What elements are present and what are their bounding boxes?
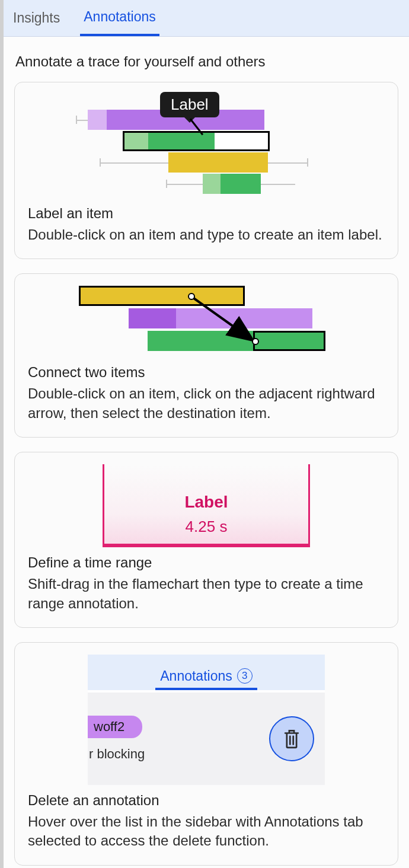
range-label: Label (103, 493, 310, 512)
card-desc: Hover over the list in the sidebar with … (28, 812, 385, 851)
card-desc: Double-click on an item and type to crea… (28, 225, 385, 244)
card-title: Define a time range (28, 554, 385, 571)
card-connect-items: Connect two items Double-click on an ite… (14, 273, 398, 438)
card-time-range: Label 4.25 s Define a time range Shift-d… (14, 452, 398, 628)
range-duration: 4.25 s (103, 518, 310, 536)
label-tooltip: Label (160, 92, 219, 117)
card-title: Delete an annotation (28, 792, 385, 809)
tab-insights[interactable]: Insights (9, 0, 63, 36)
card-desc: Shift-drag in the flamechart then type t… (28, 575, 385, 613)
flame-illustration-connect (79, 286, 334, 357)
card-delete-annotation: Annotations 3 woff2 r blocking (14, 642, 398, 866)
card-title: Label an item (28, 205, 385, 222)
tabs: Insights Annotations (4, 0, 409, 37)
card-desc: Double-click on an item, click on the ad… (28, 384, 385, 423)
annotation-row-text: r blocking (88, 746, 145, 762)
card-title: Connect two items (28, 364, 385, 381)
time-range-illustration: Label 4.25 s (103, 464, 310, 547)
flame-illustration-label: Label (76, 94, 337, 198)
delete-illustration: Annotations 3 woff2 r blocking (88, 655, 325, 785)
annotation-count-badge: 3 (237, 668, 253, 684)
page-title: Annotate a trace for yourself and others (15, 53, 398, 70)
trash-icon (282, 727, 302, 750)
card-label-item: Label Label an item Double-click on an i… (14, 82, 398, 259)
content-area: Annotate a trace for yourself and others (4, 37, 409, 868)
delete-button[interactable] (269, 716, 314, 761)
tab-annotations[interactable]: Annotations (80, 0, 159, 36)
mini-tab-annotations: Annotations 3 (155, 668, 257, 690)
annotation-tag: woff2 (88, 716, 142, 738)
